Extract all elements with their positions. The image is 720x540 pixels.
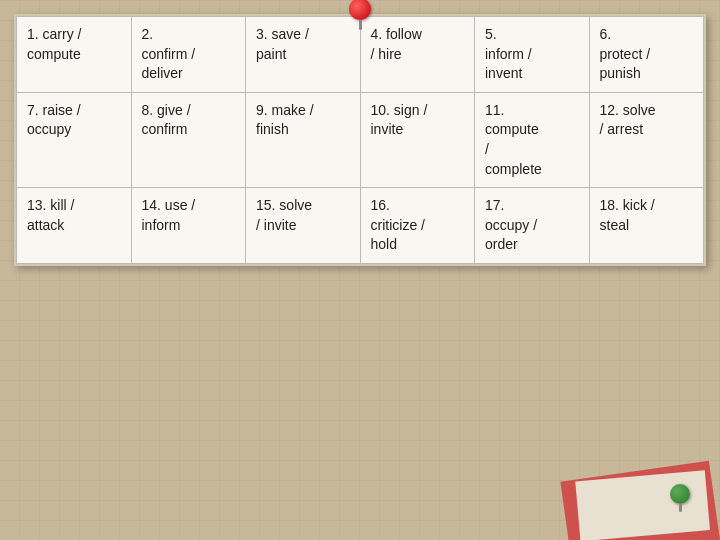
cell-r0-c0: 1. carry /compute [17, 17, 132, 93]
cell-r1-c3: 10. sign /invite [360, 92, 475, 187]
cell-r1-c0: 7. raise /occupy [17, 92, 132, 187]
pin-bottom-right-icon [668, 484, 692, 512]
cell-r0-c4: 5.inform /invent [475, 17, 590, 93]
cell-r2-c5: 18. kick /steal [589, 188, 704, 264]
cell-r2-c4: 17.occupy /order [475, 188, 590, 264]
cell-r1-c1: 8. give /confirm [131, 92, 246, 187]
table-container: 1. carry /compute2.confirm /deliver3. sa… [14, 14, 706, 266]
cell-r0-c1: 2.confirm /deliver [131, 17, 246, 93]
cell-r1-c4: 11.compute/complete [475, 92, 590, 187]
cell-r2-c2: 15. solve/ invite [246, 188, 361, 264]
cell-r1-c2: 9. make /finish [246, 92, 361, 187]
cell-r2-c1: 14. use /inform [131, 188, 246, 264]
vocabulary-table: 1. carry /compute2.confirm /deliver3. sa… [16, 16, 704, 264]
corkboard: 1. carry /compute2.confirm /deliver3. sa… [0, 0, 720, 540]
pin-top-icon [346, 0, 374, 30]
cell-r1-c5: 12. solve/ arrest [589, 92, 704, 187]
cell-r0-c5: 6.protect /punish [589, 17, 704, 93]
cell-r0-c2: 3. save /paint [246, 17, 361, 93]
cell-r2-c0: 13. kill /attack [17, 188, 132, 264]
cell-r2-c3: 16.criticize /hold [360, 188, 475, 264]
cell-r0-c3: 4. follow/ hire [360, 17, 475, 93]
